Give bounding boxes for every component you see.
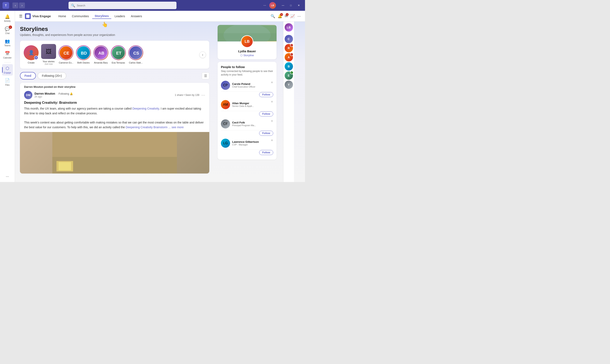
profile-card: LB Lydia Bauer ⬡ Storyline [218,25,277,59]
minimize-button[interactable]: — [279,2,287,9]
people-to-follow-card: People to follow Stay connected by follo… [218,62,277,160]
top-more-button[interactable]: ··· [297,14,301,18]
profile-avatar[interactable]: LB [241,35,253,48]
svg-rect-3 [59,162,71,170]
far-right-item-6[interactable]: Y [285,80,293,89]
sidebar-item-teams[interactable]: 👥 Teams [2,37,13,48]
story-yours[interactable]: 🖼 Your stories Just now [41,44,56,65]
post-title: Deepening Creativity: Brainstorm [24,101,205,104]
carlos-label: Carlos Slatt... [129,61,143,64]
activity-icon: 🔔 [5,14,10,19]
search-icon-topnav[interactable]: 🔍 [271,14,275,18]
cecil-avatar[interactable]: CF [221,119,230,129]
far-right-item-4[interactable]: B [285,62,293,71]
teams-label: Teams [4,44,10,47]
nav-leaders[interactable]: Leaders [112,14,128,19]
search-input[interactable] [77,4,174,7]
carlos-ring: CS [128,45,143,60]
tab-following[interactable]: Following (20+) [38,72,66,79]
post-user-name[interactable]: Darren Mouton · Following 🔔 [34,92,173,95]
nav-home[interactable]: Home [56,14,68,19]
allan-info: Allan Munger Senior Data & Appli... [232,102,273,107]
carlos-avatar-circle: CS [129,46,143,60]
far-right-item-5[interactable]: E● [285,71,293,80]
rail-more-button[interactable]: ··· [4,173,11,180]
lawrence-avatar[interactable]: LG [221,139,230,148]
far-right-panel: LB C R! A! B E● Y [283,22,294,182]
story-carlos[interactable]: CS Carlos Slatt... [128,45,144,64]
viva-engage-icon [25,13,31,19]
eva-label: Eva Terrazas [112,61,125,64]
story-next-button[interactable]: › [199,52,206,58]
dismiss-lawrence-button[interactable]: ✕ [271,139,273,142]
far-right-badge-5: ● [290,71,293,74]
story-cameron[interactable]: CE Cameron Ev... [58,45,74,64]
post-time: 2h ago [34,95,173,98]
sidebar-item-engage[interactable]: ⬡ Engage [2,64,13,76]
story-eva[interactable]: ET Eva Terrazas [110,45,126,64]
far-right-item-3[interactable]: A! [285,53,293,61]
close-button[interactable]: ✕ [295,2,303,9]
follow-allan-button[interactable]: Follow [259,111,273,117]
post-link-2[interactable]: Deepening Creativity Brainstorm [126,126,168,129]
bell-icon[interactable]: 🔔12 [278,14,282,18]
calendar-icon: 📅 [5,51,10,56]
your-stories-label: Your stories Just now [42,60,55,65]
mail-icon[interactable]: ✉3 [285,14,288,18]
back-button[interactable]: ‹ [13,2,18,8]
post-body: DM Darren Mouton · Following 🔔 2h ago 1 … [20,88,209,132]
sidebar-item-calendar[interactable]: 📅 Calender [2,49,13,61]
main-content: ☰ Viva Engage Home Communities Storyline… [15,11,305,182]
amanda-ring: AB [93,45,108,60]
far-right-item-2[interactable]: R! [285,44,293,52]
nav-storylines[interactable]: Storylines [92,13,111,19]
forward-button[interactable]: › [19,2,25,8]
follow-carole-button[interactable]: Follow [259,92,273,97]
post-more-button[interactable]: ⋯ [201,93,205,97]
post-link-1[interactable]: Deepening Creativity [132,107,159,110]
story-amanda[interactable]: AB Amanda Bary [93,45,109,64]
dismiss-cecil-button[interactable]: ✕ [271,119,273,123]
nav-answers[interactable]: Answers [128,14,145,19]
chart-icon[interactable]: 📈 [290,14,295,18]
post-header: Darren Mouton posted on their storyline [20,83,209,88]
post-action-text: posted on their storyline [44,85,76,88]
dismiss-allan-button[interactable]: ✕ [271,100,273,103]
far-right-item-1[interactable]: C [285,35,293,43]
story-row: 👤 + Create 🖼 Your stories [20,41,209,69]
dismiss-carole-button[interactable]: ✕ [271,81,273,84]
profile-storyline-link[interactable]: ⬡ Storyline [218,54,277,59]
post-see-more[interactable]: ... see more [168,126,184,129]
title-bar-avatar[interactable]: LB [269,2,276,9]
allan-avatar[interactable]: AM [221,100,230,109]
more-options-button[interactable]: ··· [262,2,268,8]
tab-feed[interactable]: Feed [20,72,36,79]
activity-label: Activity [4,20,11,22]
post-stats: 1 share • Seen by 139 [175,94,199,96]
story-beth[interactable]: BD Beth Davies [76,45,91,64]
sidebar-item-activity[interactable]: 🔔 Activity [2,13,13,24]
follow-cecil-button[interactable]: Follow [259,131,273,136]
nav-communities[interactable]: Communities [69,14,91,19]
storyline-label: Storyline [243,54,254,57]
story-create[interactable]: 👤 + Create [23,45,39,64]
filter-button[interactable]: ☰ [202,72,209,79]
person-row-carole: ✕ CP Carole Poland Chief Executive Offic… [221,79,273,92]
carole-info: Carole Poland Chief Executive Officer [232,82,273,88]
cameron-avatar: CE [59,46,73,60]
follow-lawrence-button[interactable]: Follow [259,150,273,155]
far-right-item-0[interactable]: LB [285,23,293,32]
profile-name: Lydia Bauer [218,49,277,53]
sidebar-item-chat[interactable]: 1 💬 Chat [2,25,13,36]
eva-avatar-circle: ET [112,46,125,60]
maximize-button[interactable]: □ [287,2,295,9]
post-user-row: DM Darren Mouton · Following 🔔 2h ago 1 … [24,91,205,99]
calendar-label: Calender [3,57,12,59]
sidebar-item-files[interactable]: 📄 Files [2,76,13,88]
cameron-avatar-circle: CE [60,46,73,60]
carole-avatar[interactable]: CP [221,81,230,90]
hamburger-button[interactable]: ☰ [19,14,22,18]
search-bar[interactable]: 🔍 [68,2,176,9]
page-body: Storylines Updates, thoughts, and experi… [15,22,305,182]
storylines-header: Storylines Updates, thoughts, and experi… [20,26,209,37]
